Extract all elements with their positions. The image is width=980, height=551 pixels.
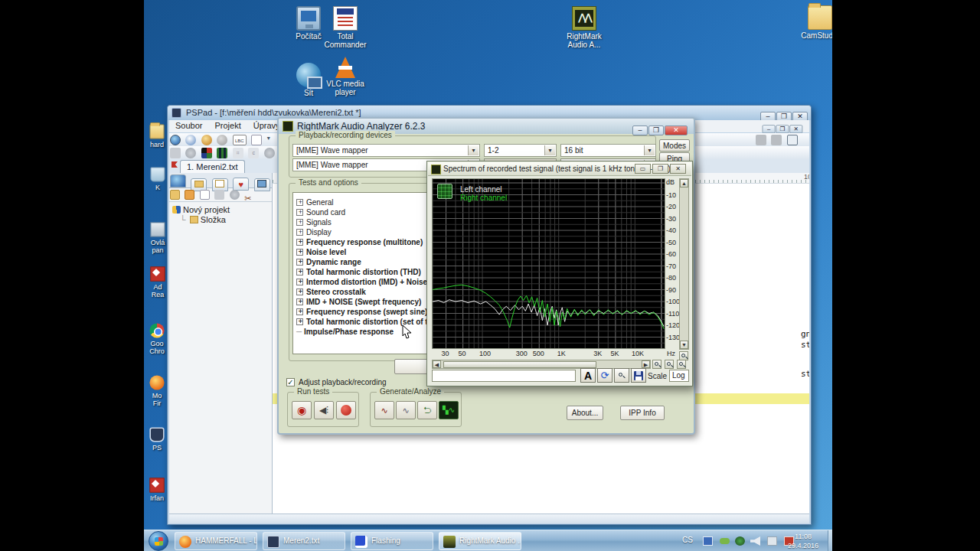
panel-tab-project-icon[interactable] bbox=[170, 174, 186, 187]
project-tree-root[interactable]: Nový projekt bbox=[171, 205, 270, 215]
pspad-monitor-icon[interactable] bbox=[787, 135, 798, 145]
project-tree-child[interactable]: └ Složka bbox=[171, 215, 270, 225]
zoom-tool-button[interactable] bbox=[614, 368, 629, 383]
modes-button[interactable]: Modes bbox=[659, 139, 690, 152]
rmaa-maximize-button[interactable]: ❐ bbox=[648, 126, 664, 135]
record-button[interactable] bbox=[336, 401, 356, 419]
expand-icon[interactable] bbox=[296, 209, 303, 216]
expand-icon[interactable] bbox=[296, 239, 303, 246]
menu-item-soubor[interactable]: Soubor bbox=[169, 120, 208, 131]
bit-depth-combo[interactable]: 16 bit▾ bbox=[560, 144, 656, 157]
expand-icon[interactable] bbox=[296, 229, 303, 236]
menu-item-projekt[interactable]: Projekt bbox=[208, 120, 247, 131]
pspad-mdi-close-button[interactable]: ✕ bbox=[789, 125, 802, 133]
pspad-internet-icon[interactable] bbox=[170, 135, 181, 145]
hidden-icons-button[interactable] bbox=[703, 536, 713, 546]
desktop-icon-irfan[interactable]: Irfan bbox=[145, 476, 168, 502]
pspad-circle-icon[interactable] bbox=[185, 135, 196, 145]
test-item-5[interactable]: Noise level bbox=[296, 247, 346, 257]
test-item-13[interactable]: ─ Impulse/Phase response bbox=[296, 327, 394, 337]
volume-icon[interactable] bbox=[750, 536, 760, 546]
panel-new-file-icon[interactable] bbox=[200, 190, 210, 200]
analyze-file-button[interactable]: ∿ bbox=[396, 401, 416, 419]
pspad-new-file-icon[interactable] bbox=[251, 135, 262, 145]
spectrum-close-button[interactable]: ✕ bbox=[670, 164, 686, 174]
test-item-8[interactable]: Intermod distortion (IMD) + Noise bbox=[296, 277, 427, 287]
run-playback-button[interactable]: ◉ bbox=[292, 401, 312, 419]
test-item-6[interactable]: Dynamic range bbox=[296, 257, 361, 267]
test-item-3[interactable]: Display bbox=[296, 227, 332, 237]
desktop-icon-k[interactable]: K bbox=[146, 165, 169, 191]
test-item-0[interactable]: General bbox=[296, 197, 334, 207]
tray-app-icon[interactable] bbox=[735, 536, 745, 546]
test-item-11[interactable]: Frequency response (swept sine) bbox=[296, 307, 427, 317]
font-button[interactable]: A bbox=[580, 368, 596, 383]
pspad-color-grid-icon[interactable] bbox=[201, 148, 212, 158]
panel-tab-window-icon[interactable] bbox=[254, 178, 270, 191]
test-item-7[interactable]: Total harmonic distortion (THD) bbox=[296, 267, 421, 277]
expand-icon[interactable] bbox=[296, 318, 303, 325]
test-item-9[interactable]: Stereo crosstalk bbox=[296, 287, 366, 297]
tray-app-green-icon[interactable] bbox=[720, 538, 730, 544]
panel-new-folder-icon[interactable] bbox=[170, 190, 180, 200]
run-record-monitor-button[interactable]: ◀⫶ bbox=[314, 401, 334, 419]
spectrum-minimize-button[interactable]: ▭ bbox=[635, 164, 651, 174]
pspad-mdi-minimize-button[interactable]: – bbox=[763, 125, 776, 133]
expand-icon[interactable] bbox=[296, 269, 303, 276]
generate-signal-button[interactable]: ∿ bbox=[374, 401, 394, 419]
playback-device-combo[interactable]: [MME] Wave mapper▾ bbox=[292, 144, 480, 157]
scroll-down-icon[interactable]: ▼ bbox=[680, 341, 688, 349]
expand-icon[interactable] bbox=[296, 249, 303, 256]
legend-grid-icon[interactable] bbox=[437, 184, 452, 199]
about-button[interactable]: About... bbox=[567, 406, 603, 420]
show-desktop-button[interactable] bbox=[828, 530, 832, 551]
channels-combo[interactable]: 1-2▾ bbox=[484, 144, 557, 157]
adjust-checkbox[interactable]: ✓ bbox=[286, 378, 295, 386]
spectrum-plot[interactable]: Left channelRight channel bbox=[432, 178, 665, 349]
desktop-icon-hard[interactable]: hard bbox=[145, 122, 168, 148]
expand-icon[interactable] bbox=[296, 308, 303, 315]
clock[interactable]: 11:08 29.4.2016 bbox=[788, 532, 818, 550]
pspad-pelican-icon[interactable] bbox=[201, 135, 212, 145]
taskbar-button-flashing[interactable]: Flashing bbox=[351, 532, 433, 550]
expand-icon[interactable] bbox=[296, 199, 303, 206]
desktop-icon-vlc-media[interactable]: VLC media player bbox=[322, 57, 369, 96]
ipp-info-button[interactable]: IPP Info bbox=[620, 406, 665, 420]
panel-settings-icon[interactable]: ✂ bbox=[244, 194, 254, 204]
panel-open-folder-icon[interactable] bbox=[185, 190, 194, 200]
vertical-scrollbar[interactable]: ▲ ▼ bbox=[679, 178, 689, 350]
network-icon[interactable] bbox=[767, 536, 777, 546]
pspad-mdi-maximize-button[interactable]: ❐ bbox=[776, 125, 789, 133]
pspad-doc-icon-2[interactable] bbox=[771, 135, 782, 145]
pspad-html-grid-icon[interactable] bbox=[217, 148, 227, 158]
taskbar-button-rmaa[interactable]: RightMark Audio ... bbox=[439, 532, 521, 550]
taskbar-button-firefox[interactable]: HAMMERFALL - L... bbox=[175, 532, 257, 550]
test-item-10[interactable]: IMD + NOISE (Swept frequency) bbox=[296, 297, 421, 307]
spectrum-analyzer-button[interactable]: ▚∿ bbox=[439, 401, 459, 419]
rmaa-minimize-button[interactable]: – bbox=[632, 126, 648, 135]
expand-icon[interactable] bbox=[296, 259, 303, 266]
scroll-up-icon[interactable]: ▲ bbox=[680, 179, 688, 187]
desktop-icon-ps[interactable]: PS bbox=[145, 425, 168, 452]
desktop-icon-ovlá[interactable]: Ovlá pan bbox=[146, 220, 169, 254]
load-results-button[interactable]: ⮌ bbox=[417, 401, 437, 419]
expand-icon[interactable] bbox=[296, 219, 303, 226]
start-button[interactable] bbox=[149, 531, 168, 551]
pspad-doc-icon-1[interactable] bbox=[756, 135, 766, 145]
expand-icon[interactable] bbox=[296, 279, 303, 285]
spectrum-restore-button[interactable]: ❐ bbox=[652, 164, 668, 174]
comment-input[interactable] bbox=[432, 370, 576, 382]
taskbar-button-pspad[interactable]: Meren2.txt bbox=[263, 532, 345, 550]
test-item-1[interactable]: Sound card bbox=[296, 207, 345, 217]
pspad-document-tab[interactable]: 1. Mereni2.txt bbox=[180, 160, 245, 173]
desktop-icon-total[interactable]: Total Commander bbox=[322, 6, 369, 49]
rmaa-close-button[interactable]: ✕ bbox=[665, 126, 688, 135]
language-indicator[interactable]: CS bbox=[682, 536, 693, 544]
test-item-4[interactable]: Frequency response (multitone) bbox=[296, 237, 423, 247]
desktop-icon-rightmark[interactable]: RightMark Audio A... bbox=[560, 6, 608, 49]
pspad-dropdown-arrow-icon[interactable]: ▾ bbox=[267, 135, 273, 145]
test-item-12[interactable]: Total harmonic distortion (set of tone bbox=[296, 317, 441, 327]
pspad-abc-icon[interactable]: LBC bbox=[233, 135, 247, 145]
desktop-icon-ad[interactable]: Ad Rea bbox=[146, 265, 169, 298]
test-item-2[interactable]: Signals bbox=[296, 217, 332, 227]
